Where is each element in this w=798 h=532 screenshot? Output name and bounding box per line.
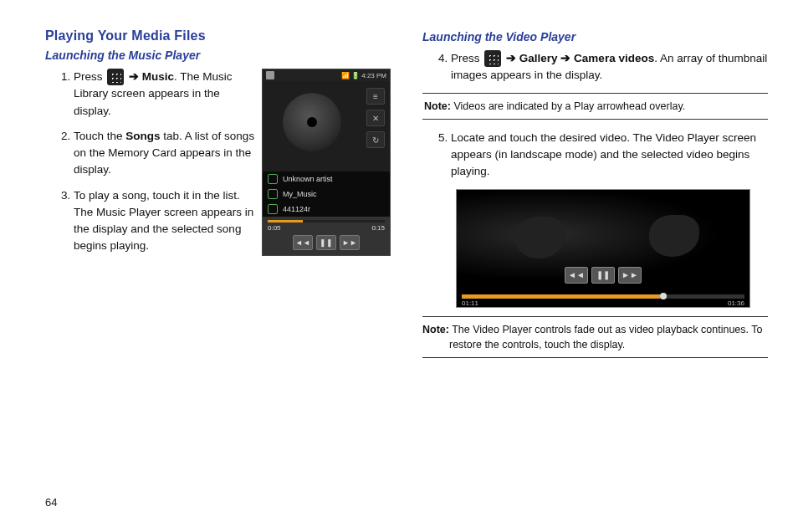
video-next-icon: ►► [618,267,642,284]
note-2-text: The Video Player controls fade out as vi… [449,324,763,350]
note-1-text: Videos are indicated by a Play arrowhead… [451,100,685,112]
elapsed-time: 0:05 [268,224,281,232]
music-steps-list: Press ➔ Music. The Music Library screen … [45,69,255,263]
step-4-text-a: Press [451,52,483,64]
artist-name: Unknown artist [283,175,333,183]
next-track-icon: ►► [340,235,360,250]
apps-grid-icon [107,69,124,85]
step-2: Touch the Songs tab. A list of songs on … [74,128,255,179]
step-1: Press ➔ Music. The Music Library screen … [74,69,255,120]
playlist-icon: ≡ [366,88,385,105]
note-2-label: Note: [422,324,449,335]
seek-knob-icon [660,293,667,299]
note-1: Note: Videos are indicated by a Play arr… [422,93,768,120]
video-steps-list-b: Locate and touch the desired video. The … [422,130,768,181]
music-player-screenshot: 📶 🔋 4:23 PM ≡ ✕ ↻ Unknown artist My_Musi… [262,69,391,256]
step-5: Locate and touch the desired video. The … [451,130,768,181]
step-2-text-a: Touch the [74,130,125,142]
phone-statusbar: 📶 🔋 4:23 PM [263,69,390,81]
step-3: To play a song, touch it in the list. Th… [74,187,255,255]
video-prev-icon: ◄◄ [565,267,588,284]
album-disc-icon [283,93,341,151]
artist-icon [268,174,278,184]
repeat-icon: ↻ [366,131,385,148]
album-art-area: ≡ ✕ ↻ [263,81,390,171]
section-title: Playing Your Media Files [45,28,391,43]
manual-page: Playing Your Media Files Launching the M… [0,0,798,532]
note-2: Note: The Video Player controls fade out… [422,316,768,358]
album-name: My_Music [283,190,317,198]
arrow-icon: ➔ [129,70,142,83]
step-1-text-a: Press [74,70,105,83]
video-total-time: 01:36 [728,299,744,307]
video-steps-list-a: Press ➔ Gallery ➔ Camera videos. An arra… [422,50,768,84]
video-elapsed-time: 01:11 [462,299,478,307]
track-icon [268,204,278,214]
music-controls: 0:05 0:15 ◄◄ ❚❚ ►► [263,217,390,255]
total-time: 0:15 [371,224,385,232]
video-pause-icon: ❚❚ [591,267,615,284]
statusbar-time-text: 4:23 PM [361,72,386,79]
page-number: 64 [45,496,57,509]
step-4-bold-camera: Camera videos [574,52,654,64]
right-column: Launching the Video Player Press ➔ Galle… [414,28,768,532]
step-1-bold: Music [142,70,174,83]
prev-track-icon: ◄◄ [293,235,313,250]
left-content-row: Press ➔ Music. The Music Library screen … [45,69,391,263]
track-metadata: Unknown artist My_Music 441124r [263,171,390,217]
step-4-bold-gallery: Gallery [519,52,558,64]
apps-grid-icon [484,50,501,67]
step-4: Press ➔ Gallery ➔ Camera videos. An arra… [451,50,768,84]
pause-icon: ❚❚ [316,235,336,250]
play-indicator-icon [266,71,274,79]
subsection-title-music: Launching the Music Player [45,49,391,62]
subsection-title-video: Launching the Video Player [422,30,768,43]
video-player-screenshot: ◄◄ ❚❚ ►► 01:11 01:36 [456,189,750,308]
shuffle-icon: ✕ [366,110,385,126]
arrow-icon: ➔ [560,52,574,64]
music-progress-bar [268,220,385,223]
left-column: Playing Your Media Files Launching the M… [45,28,414,532]
note-1-label: Note: [424,100,451,112]
step-2-bold: Songs [125,130,160,142]
statusbar-time: 📶 🔋 4:23 PM [341,72,386,79]
arrow-icon: ➔ [506,52,519,64]
video-progress-bar [462,294,744,299]
album-icon [268,189,278,199]
track-name: 441124r [283,205,310,213]
